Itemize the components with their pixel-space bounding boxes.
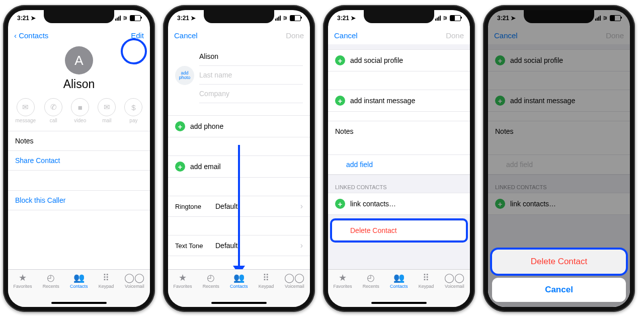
tab-favorites[interactable]: ★Favorites [174, 272, 192, 307]
tab-voicemail[interactable]: ◯◯Voicemail [124, 272, 144, 307]
add-field-row[interactable]: add field [328, 154, 470, 175]
phone-3-edit-bottom: 3:21 ➤ ⚞ Cancel Done + add social profil… [323, 5, 475, 312]
chevron-right-icon: › [300, 202, 303, 211]
done-button: Done [286, 31, 304, 40]
home-indicator[interactable] [371, 302, 427, 304]
nav-bar: Cancel Done [168, 26, 310, 44]
pay-icon: $ [124, 98, 142, 116]
add-im-row[interactable]: + add instant message [328, 90, 470, 112]
sheet-cancel-button[interactable]: Cancel [492, 278, 626, 302]
cellular-icon [275, 16, 281, 21]
clock-icon: ◴ [203, 272, 219, 284]
chevron-right-icon: › [300, 241, 303, 250]
cellular-icon [435, 16, 441, 21]
cancel-button[interactable]: Cancel [174, 31, 198, 40]
first-name-field[interactable]: Alison [199, 47, 303, 66]
cancel-button[interactable]: Cancel [334, 31, 358, 40]
nav-bar: ‹ Contacts Edit [8, 26, 150, 44]
done-button: Done [446, 31, 464, 40]
notes-field[interactable]: Notes [328, 121, 470, 155]
pay-action[interactable]: $pay [124, 98, 142, 123]
mail-action[interactable]: ✉︎mail [98, 98, 116, 123]
mail-icon: ✉︎ [98, 98, 116, 116]
last-name-field[interactable]: Last name [199, 66, 303, 85]
back-button[interactable]: ‹ Contacts [14, 31, 48, 40]
battery-icon [130, 15, 141, 21]
plus-icon: + [335, 55, 345, 65]
add-photo-button[interactable]: add photo [175, 66, 194, 85]
message-icon: ✉︎ [17, 98, 35, 116]
home-indicator[interactable] [211, 302, 267, 304]
voicemail-icon: ◯◯ [124, 272, 144, 284]
clock-icon: ◴ [363, 272, 379, 284]
wifi-icon: ⚞ [443, 15, 448, 22]
tab-favorites[interactable]: ★Favorites [334, 272, 352, 307]
share-contact-row[interactable]: Share Contact [8, 150, 150, 171]
scroll-down-arrow [233, 145, 245, 269]
star-icon: ★ [174, 272, 192, 284]
quick-actions: ✉︎message ✆call ■video ✉︎mail $pay [8, 95, 150, 124]
tab-bar: ★Favorites ◴Recents 👥Contacts ⠿Keypad ◯◯… [8, 269, 150, 307]
cellular-icon [115, 16, 121, 21]
status-bar: 3:21 ➤ ⚞ [8, 10, 150, 26]
add-phone-row[interactable]: + add phone [168, 115, 310, 137]
notes-row[interactable]: Notes [8, 131, 150, 151]
star-icon: ★ [14, 272, 32, 284]
status-bar: 3:21 ➤ ⚞ [168, 10, 310, 26]
location-icon: ➤ [191, 15, 196, 22]
battery-icon [450, 15, 461, 21]
add-social-row[interactable]: + add social profile [328, 49, 470, 71]
voicemail-icon: ◯◯ [444, 272, 464, 284]
delete-contact-row[interactable]: Delete Contact [332, 220, 466, 241]
voicemail-icon: ◯◯ [284, 272, 304, 284]
tab-voicemail[interactable]: ◯◯Voicemail [444, 272, 464, 307]
company-field[interactable]: Company [199, 85, 303, 103]
plus-icon: + [335, 96, 345, 106]
call-action[interactable]: ✆call [44, 98, 62, 123]
wifi-icon: ⚞ [123, 15, 128, 22]
contacts-icon: 👥 [70, 272, 88, 284]
phone-4-action-sheet: 3:21 ➤ ⚞ Cancel Done + add social profil… [483, 5, 635, 312]
location-icon: ➤ [351, 15, 356, 22]
plus-icon: + [175, 162, 185, 172]
tab-bar: ★Favorites ◴Recents 👥Contacts ⠿Keypad ◯◯… [168, 269, 310, 307]
message-action[interactable]: ✉︎message [16, 98, 36, 123]
contacts-icon: 👥 [390, 272, 408, 284]
block-caller-row[interactable]: Block this Caller [8, 190, 150, 210]
wifi-icon: ⚞ [283, 15, 288, 22]
video-action[interactable]: ■video [71, 98, 89, 123]
tab-bar: ★Favorites ◴Recents 👥Contacts ⠿Keypad ◯◯… [328, 269, 470, 307]
clock-icon: ◴ [43, 272, 59, 284]
avatar: A [65, 46, 93, 74]
keypad-icon: ⠿ [99, 272, 114, 284]
linked-contacts-header: LINKED CONTACTS [328, 175, 470, 193]
video-icon: ■ [71, 98, 89, 116]
battery-icon [290, 15, 301, 21]
nav-bar: Cancel Done [328, 26, 470, 44]
tab-voicemail[interactable]: ◯◯Voicemail [284, 272, 304, 307]
phone-2-edit-top: 3:21 ➤ ⚞ Cancel Done add photo Alison La… [163, 5, 315, 312]
location-icon: ➤ [31, 15, 36, 22]
plus-icon: + [335, 199, 345, 209]
action-sheet: Delete Contact Cancel [492, 250, 626, 302]
contact-name: Alison [8, 77, 150, 91]
tab-favorites[interactable]: ★Favorites [14, 272, 32, 307]
phone-1-contact-view: 3:21 ➤ ⚞ ‹ Contacts Edit A Alison ✉︎mess… [3, 5, 155, 312]
status-bar: 3:21 ➤ ⚞ [328, 10, 470, 26]
plus-icon: + [175, 121, 185, 131]
home-indicator[interactable] [51, 302, 107, 304]
sheet-delete-button[interactable]: Delete Contact [492, 250, 626, 274]
contacts-icon: 👥 [230, 272, 248, 284]
star-icon: ★ [334, 272, 352, 284]
keypad-icon: ⠿ [259, 272, 274, 284]
keypad-icon: ⠿ [419, 272, 434, 284]
edit-button[interactable]: Edit [131, 31, 144, 40]
link-contacts-row[interactable]: + link contacts… [328, 193, 470, 215]
phone-icon: ✆ [44, 98, 62, 116]
